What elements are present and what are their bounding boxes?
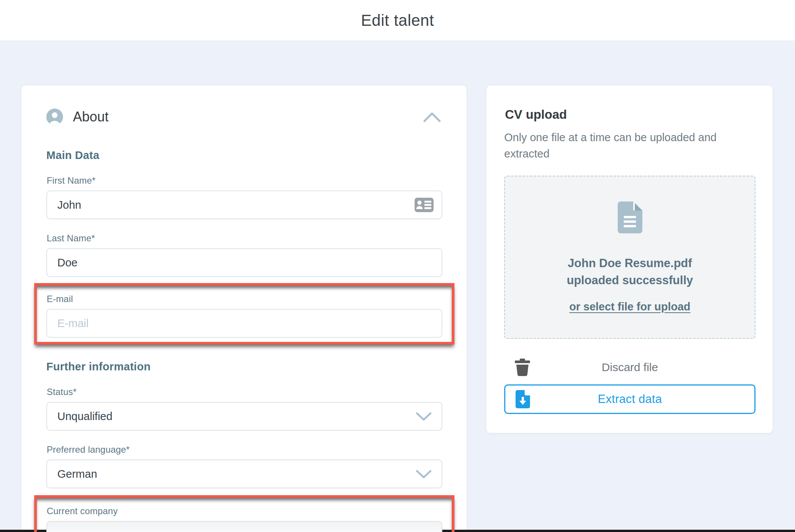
email-input[interactable] xyxy=(46,309,442,338)
select-file-link[interactable]: or select file for upload xyxy=(569,301,690,313)
about-card-header: About xyxy=(46,108,442,126)
about-card: About Main Data First Name* xyxy=(21,85,467,532)
current-company-input-wrap xyxy=(46,521,442,532)
first-name-input-wrap xyxy=(46,190,442,219)
current-company-field-group: Current company xyxy=(46,506,442,532)
preferred-language-select-value: German xyxy=(57,468,97,480)
cv-dropzone[interactable]: John Doe Resume.pdf uploaded successfull… xyxy=(504,176,756,339)
annotation-highlight-current-company: Current company xyxy=(34,495,454,532)
document-download-icon xyxy=(516,390,530,408)
further-information-heading: Further information xyxy=(46,360,442,373)
email-input-wrap xyxy=(46,309,442,338)
contact-card-icon xyxy=(414,197,434,212)
cv-upload-card: CV upload Only one file at a time can be… xyxy=(486,85,773,433)
extract-data-label: Extract data xyxy=(598,392,662,406)
main-data-heading: Main Data xyxy=(46,149,442,162)
email-field-group: E-mail xyxy=(46,294,442,338)
preferred-language-label: Preferred language* xyxy=(47,444,442,455)
upload-status-text: uploaded successfully xyxy=(567,272,693,289)
current-company-label: Current company xyxy=(47,506,442,516)
first-name-input[interactable] xyxy=(46,190,442,219)
chevron-down-icon xyxy=(416,470,432,478)
status-field-group: Status* Unqualified xyxy=(46,387,442,431)
page-title: Edit talent xyxy=(361,11,434,30)
status-select-value: Unqualified xyxy=(57,410,112,423)
cv-upload-title: CV upload xyxy=(505,107,756,122)
first-name-label: First Name* xyxy=(47,175,442,186)
chevron-down-icon xyxy=(416,412,432,421)
first-name-field-group: First Name* xyxy=(46,175,442,219)
email-label: E-mail xyxy=(47,294,442,304)
about-card-title: About xyxy=(73,109,109,125)
current-company-input[interactable] xyxy=(46,521,442,532)
status-select[interactable]: Unqualified xyxy=(46,402,442,431)
extract-data-button[interactable]: Extract data xyxy=(504,384,756,414)
person-circle-icon xyxy=(46,109,63,125)
trash-icon xyxy=(515,359,530,376)
last-name-input[interactable] xyxy=(46,248,442,277)
chevron-up-icon xyxy=(423,112,441,122)
discard-file-label: Discard file xyxy=(602,361,658,374)
uploaded-file-name: John Doe Resume.pdf xyxy=(568,255,692,272)
status-label: Status* xyxy=(47,387,442,397)
last-name-field-group: Last Name* xyxy=(46,233,442,277)
preferred-language-field-group: Preferred language* German xyxy=(46,444,442,488)
cv-upload-description: Only one file at a time can be uploaded … xyxy=(504,129,756,162)
discard-file-button[interactable]: Discard file xyxy=(504,356,756,379)
document-icon xyxy=(617,201,642,233)
preferred-language-select[interactable]: German xyxy=(46,460,442,488)
content-area: About Main Data First Name* xyxy=(0,41,795,532)
last-name-input-wrap xyxy=(46,248,442,277)
annotation-highlight-email: E-mail xyxy=(34,283,454,345)
page-header: Edit talent xyxy=(0,0,795,41)
collapse-section-button[interactable] xyxy=(422,110,442,124)
last-name-label: Last Name* xyxy=(47,233,442,244)
